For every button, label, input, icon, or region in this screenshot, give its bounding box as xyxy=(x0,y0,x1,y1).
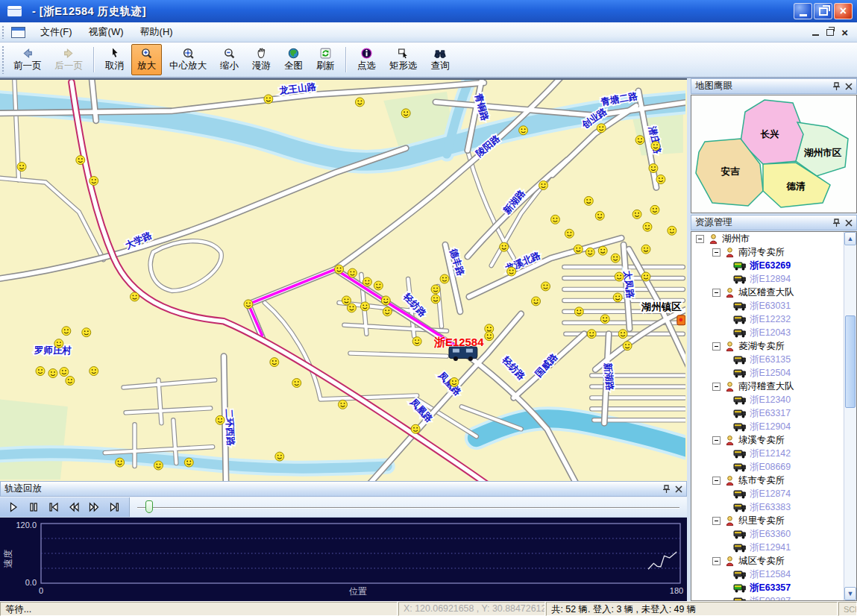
tree-vehicle[interactable]: 浙E63031 xyxy=(691,299,856,312)
menubar-grip[interactable] xyxy=(1,25,5,39)
playback-skip-end-button[interactable] xyxy=(107,500,122,515)
vehicle-smiley-marker[interactable] xyxy=(90,177,98,186)
toolbar-button-binoculars[interactable]: 查询 xyxy=(425,44,456,75)
vehicle-smiley-marker[interactable] xyxy=(532,297,541,306)
vehicle-smiley-marker[interactable] xyxy=(574,245,583,254)
vehicle-smiley-marker[interactable] xyxy=(401,109,410,118)
tree-group[interactable]: 南浔稽查大队 xyxy=(691,380,856,393)
collapse-toggle[interactable] xyxy=(712,383,721,391)
vehicle-smiley-marker[interactable] xyxy=(450,378,459,387)
vehicle-smiley-marker[interactable] xyxy=(641,245,650,254)
restore-button[interactable] xyxy=(814,3,832,19)
mdi-restore-button[interactable] xyxy=(826,29,834,36)
tree-group[interactable]: 菱湖专卖所 xyxy=(691,339,856,353)
vehicle-smiley-marker[interactable] xyxy=(565,229,574,238)
tree-vehicle[interactable]: 浙E63269 xyxy=(691,259,856,272)
vehicle-smiley-marker[interactable] xyxy=(82,328,91,337)
tree-vehicle[interactable]: 浙E12043 xyxy=(691,326,856,339)
playback-slider[interactable] xyxy=(137,497,679,517)
vehicle-smiley-marker[interactable] xyxy=(595,211,604,220)
slider-thumb[interactable] xyxy=(145,500,153,513)
vehicle-smiley-marker[interactable] xyxy=(598,246,607,255)
toolbar-button-globe[interactable]: 全图 xyxy=(278,44,309,75)
tree-group[interactable]: 南浔专卖所 xyxy=(691,245,856,259)
pin-icon[interactable] xyxy=(662,485,671,494)
vehicle-smiley-marker[interactable] xyxy=(586,248,594,257)
vehicle-smiley-marker[interactable] xyxy=(360,302,369,311)
vehicle-smiley-marker[interactable] xyxy=(381,296,390,305)
toolbar-button-rect-select[interactable]: 矩形选 xyxy=(383,44,424,75)
toolbar-button-next[interactable]: 后一页 xyxy=(49,44,90,75)
playback-rewind-button[interactable] xyxy=(66,500,81,515)
playback-fast-forward-button[interactable] xyxy=(87,500,101,515)
vehicle-smiley-marker[interactable] xyxy=(339,400,348,409)
map-viewport[interactable]: 龙王山路青铜路青塘二路创业路潜庄路陵阳路新湖路大学路德丰路龙溪北路轻纺路太凤路国… xyxy=(0,78,687,481)
pin-icon[interactable] xyxy=(832,219,841,227)
tree-scrollbar[interactable]: ▲ ▼ xyxy=(844,232,856,600)
tree-group[interactable]: 城区稽查大队 xyxy=(691,286,856,299)
collapse-toggle[interactable] xyxy=(712,436,721,444)
tree-vehicle[interactable]: 浙E12142 xyxy=(691,447,856,460)
vehicle-smiley-marker[interactable] xyxy=(440,274,449,283)
vehicle-smiley-marker[interactable] xyxy=(519,126,528,135)
vehicle-smiley-marker[interactable] xyxy=(431,295,440,304)
vehicle-smiley-marker[interactable] xyxy=(62,327,71,336)
vehicle-smiley-marker[interactable] xyxy=(116,458,125,467)
vehicle-smiley-marker[interactable] xyxy=(90,367,98,376)
collapse-toggle[interactable] xyxy=(712,289,721,297)
vehicle-smiley-marker[interactable] xyxy=(635,136,644,145)
tree-vehicle[interactable]: 浙E12504 xyxy=(691,366,856,380)
vehicle-smiley-marker[interactable] xyxy=(36,367,45,376)
vehicle-smiley-marker[interactable] xyxy=(641,272,650,281)
vehicle-smiley-marker[interactable] xyxy=(618,330,627,339)
vehicle-smiley-marker[interactable] xyxy=(656,175,665,184)
collapse-toggle[interactable] xyxy=(712,342,721,351)
mdi-minimize-button[interactable] xyxy=(812,34,819,37)
vehicle-smiley-marker[interactable] xyxy=(184,458,193,467)
collapse-toggle[interactable] xyxy=(696,235,704,243)
vehicle-smiley-marker[interactable] xyxy=(574,307,583,316)
menu-help[interactable]: 帮助(H) xyxy=(132,22,181,42)
vehicle-smiley-marker[interactable] xyxy=(131,292,139,301)
vehicle-smiley-marker[interactable] xyxy=(613,293,622,302)
playback-skip-start-button[interactable] xyxy=(46,500,61,515)
toolbar-button-refresh[interactable]: 刷新 xyxy=(310,44,341,75)
vehicle-smiley-marker[interactable] xyxy=(587,330,596,339)
playback-pause-button[interactable] xyxy=(26,500,41,515)
eagle-eye-map[interactable]: 长兴湖州市区安吉德清 xyxy=(691,95,857,213)
toolbar-button-zoom-in[interactable]: 放大 xyxy=(131,44,162,75)
playback-play-button[interactable] xyxy=(6,500,21,515)
tree-vehicle[interactable]: 浙E63135 xyxy=(691,353,856,366)
tree-node-city[interactable]: 湖州市 xyxy=(691,232,856,245)
collapse-toggle[interactable] xyxy=(712,248,721,257)
vehicle-smiley-marker[interactable] xyxy=(632,210,641,219)
vehicle-smiley-marker[interactable] xyxy=(485,332,494,341)
vehicle-smiley-marker[interactable] xyxy=(347,304,356,312)
collapse-toggle[interactable] xyxy=(712,477,721,485)
close-panel-icon[interactable] xyxy=(845,83,853,90)
vehicle-smiley-marker[interactable] xyxy=(216,415,225,424)
tree-vehicle[interactable]: 浙E12874 xyxy=(691,487,856,500)
mdi-close-button[interactable]: × xyxy=(841,27,848,38)
vehicle-smiley-marker[interactable] xyxy=(355,98,364,107)
scroll-thumb[interactable] xyxy=(845,315,856,408)
tree-vehicle[interactable]: 浙E63360 xyxy=(691,527,856,541)
toolbar-button-info-select[interactable]: 点选 xyxy=(351,44,382,75)
vehicle-smiley-marker[interactable] xyxy=(651,142,660,151)
close-panel-icon[interactable] xyxy=(845,219,853,227)
vehicle-smiley-marker[interactable] xyxy=(335,265,344,274)
vehicle-smiley-marker[interactable] xyxy=(54,339,63,348)
vehicle-smiley-marker[interactable] xyxy=(411,424,420,433)
vehicle-smiley-marker[interactable] xyxy=(643,222,652,231)
scroll-up-button[interactable]: ▲ xyxy=(844,232,856,245)
vehicle-smiley-marker[interactable] xyxy=(623,342,632,351)
tree-vehicle[interactable]: 浙E12904 xyxy=(691,420,856,433)
vehicle-smiley-marker[interactable] xyxy=(541,282,550,291)
vehicle-smiley-marker[interactable] xyxy=(264,95,273,104)
toolbar-button-prev[interactable]: 前一页 xyxy=(7,44,48,75)
vehicle-smiley-marker[interactable] xyxy=(154,461,163,470)
tree-group[interactable]: 练市专卖所 xyxy=(691,474,856,487)
vehicle-smiley-marker[interactable] xyxy=(615,272,624,281)
pin-icon[interactable] xyxy=(832,82,841,91)
vehicle-smiley-marker[interactable] xyxy=(383,307,392,316)
